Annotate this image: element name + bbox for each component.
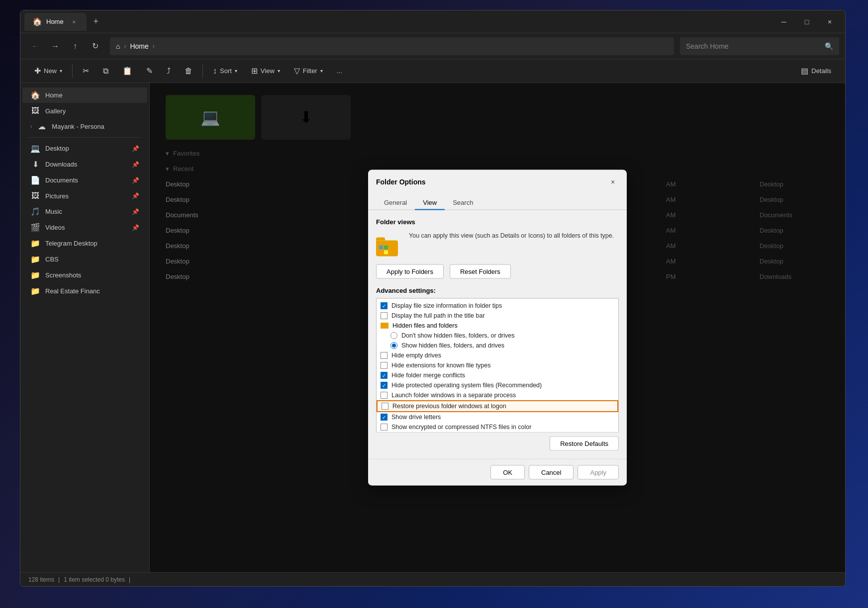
list-item[interactable]: Restore previous folder windows at logon [377, 400, 618, 412]
checkbox-hide-empty-drives[interactable] [381, 352, 387, 359]
list-item: Hidden files and folders [377, 321, 618, 331]
checkbox-hide-merge-conflicts[interactable] [381, 372, 387, 379]
command-bar: ✚ New ▾ ✂ ⧉ 📋 ✎ ⤴ 🗑 ↕ Sort ▾ ⊞ [20, 59, 845, 83]
folder-views-content: You can apply this view (such as Details… [376, 232, 619, 257]
gallery-icon: 🖼 [30, 106, 40, 115]
home-tab-icon: 🏠 [32, 17, 42, 26]
sidebar-item-cloud[interactable]: › ☁ Mayank - Persona [22, 119, 147, 134]
minimize-button[interactable]: ─ [772, 14, 795, 30]
restore-defaults-button[interactable]: Restore Defaults [550, 436, 619, 451]
ok-button[interactable]: OK [490, 465, 525, 480]
pin-icon: 📌 [132, 145, 139, 152]
list-item[interactable]: Show hidden files, folders, and drives [377, 341, 618, 350]
dialog-titlebar: Folder Options × [368, 170, 627, 188]
new-tab-button[interactable]: + [89, 14, 103, 29]
maximize-button[interactable]: □ [795, 14, 818, 30]
sort-label: Sort [220, 67, 232, 75]
sidebar-item-gallery[interactable]: 🖼 Gallery [22, 103, 147, 118]
setting-label: Launch folder windows in a separate proc… [391, 392, 516, 399]
cancel-button[interactable]: Cancel [529, 465, 574, 480]
checkbox-hide-extensions[interactable] [381, 362, 387, 369]
folder-views-description: You can apply this view (such as Details… [409, 232, 614, 241]
share-button[interactable]: ⤴ [161, 64, 177, 79]
list-item[interactable]: Display file size information in folder … [377, 301, 618, 311]
browser-tab[interactable]: 🏠 Home × [24, 13, 87, 31]
sidebar-item-telegram[interactable]: 📁 Telegram Desktop [22, 236, 147, 251]
checkbox-separate-process[interactable] [381, 392, 387, 399]
sidebar-item-videos[interactable]: 🎬 Videos 📌 [22, 220, 147, 235]
reset-folders-button[interactable]: Reset Folders [450, 264, 511, 279]
apply-button[interactable]: Apply [578, 465, 619, 480]
radio-show-hidden[interactable] [390, 342, 397, 349]
restore-defaults-area: Restore Defaults [376, 436, 619, 451]
copy-button[interactable]: ⧉ [97, 64, 114, 79]
checkbox-display-filesize[interactable] [381, 302, 387, 309]
filter-button[interactable]: ▽ Filter ▾ [288, 63, 329, 79]
list-item[interactable]: Hide folder merge conflicts [377, 370, 618, 380]
more-button[interactable]: ... [331, 64, 348, 78]
sidebar-item-music[interactable]: 🎵 Music 📌 [22, 204, 147, 219]
pin-icon: 📌 [132, 161, 139, 168]
tab-view-label: View [423, 199, 437, 206]
sidebar-item-realestate[interactable]: 📁 Real Estate Financ [22, 283, 147, 299]
list-item[interactable]: Hide empty drives [377, 350, 618, 360]
documents-icon: 📄 [30, 175, 40, 185]
window-controls: ─ □ × [772, 14, 841, 30]
sidebar-item-label: Telegram Desktop [45, 240, 97, 247]
forward-button[interactable]: → [46, 37, 64, 55]
sidebar-item-desktop[interactable]: 💻 Desktop 📌 [22, 141, 147, 156]
checkbox-restore-windows[interactable] [382, 403, 388, 410]
setting-label: Restore previous folder windows at logon [392, 403, 506, 410]
folder-views-section: Folder views [376, 218, 619, 279]
sidebar-item-documents[interactable]: 📄 Documents 📌 [22, 173, 147, 188]
checkbox-full-path[interactable] [381, 312, 387, 319]
tab-title: Home [46, 18, 64, 25]
back-button[interactable]: ← [26, 37, 44, 55]
address-path: Home [130, 42, 148, 50]
radio-dont-show-hidden[interactable] [390, 332, 397, 339]
rename-icon: ✎ [146, 66, 153, 76]
list-item[interactable]: Display the full path in the title bar [377, 311, 618, 321]
sidebar-item-downloads[interactable]: ⬇ Downloads 📌 [22, 157, 147, 172]
list-item[interactable]: Show drive letters [377, 412, 618, 422]
dialog-close-button[interactable]: × [607, 176, 619, 188]
refresh-button[interactable]: ↻ [86, 37, 104, 55]
sidebar-item-cbs[interactable]: 📁 CBS [22, 252, 147, 267]
sidebar-item-home[interactable]: 🏠 Home [22, 87, 147, 103]
list-item[interactable]: Don't show hidden files, folders, or dri… [377, 331, 618, 341]
cut-button[interactable]: ✂ [77, 63, 95, 79]
setting-label: Hide empty drives [391, 352, 441, 359]
up-button[interactable]: ↑ [66, 37, 84, 55]
checkbox-show-drive-letters[interactable] [381, 414, 387, 421]
dialog-body: Folder views [368, 210, 627, 459]
tab-search-label: Search [453, 199, 473, 206]
list-item[interactable]: Hide protected operating system files (R… [377, 380, 618, 390]
tab-search[interactable]: Search [445, 196, 481, 210]
list-item[interactable]: Show encrypted or compressed NTFS files … [377, 422, 618, 432]
view-button[interactable]: ⊞ View ▾ [245, 63, 286, 79]
checkbox-show-ntfs-color[interactable] [381, 424, 387, 431]
sort-button[interactable]: ↕ Sort ▾ [207, 64, 243, 79]
close-button[interactable]: × [818, 14, 841, 30]
checkbox-hide-os-files[interactable] [381, 382, 387, 389]
list-item[interactable]: Hide extensions for known file types [377, 360, 618, 370]
apply-to-folders-button[interactable]: Apply to Folders [376, 264, 444, 279]
tab-view[interactable]: View [415, 196, 445, 210]
sidebar-item-screenshots[interactable]: 📁 Screenshots [22, 267, 147, 283]
expand-icon: › [30, 124, 32, 129]
list-item[interactable]: Show pop-up description for folder and d… [377, 432, 618, 433]
delete-icon: 🗑 [185, 67, 193, 76]
new-button[interactable]: ✚ New ▾ [28, 63, 68, 79]
details-icon: ▤ [801, 66, 808, 76]
search-box[interactable]: Search Home 🔍 [680, 37, 839, 55]
paste-button[interactable]: 📋 [116, 63, 138, 79]
setting-label: Hidden files and folders [392, 322, 458, 329]
tab-close-button[interactable]: × [70, 17, 79, 26]
tab-general[interactable]: General [376, 196, 415, 210]
delete-button[interactable]: 🗑 [179, 64, 198, 79]
address-bar[interactable]: ⌂ › Home › [110, 37, 674, 55]
list-item[interactable]: Launch folder windows in a separate proc… [377, 390, 618, 400]
sidebar-item-pictures[interactable]: 🖼 Pictures 📌 [22, 188, 147, 203]
rename-button[interactable]: ✎ [140, 63, 159, 79]
details-button[interactable]: ▤ Details [795, 63, 837, 79]
